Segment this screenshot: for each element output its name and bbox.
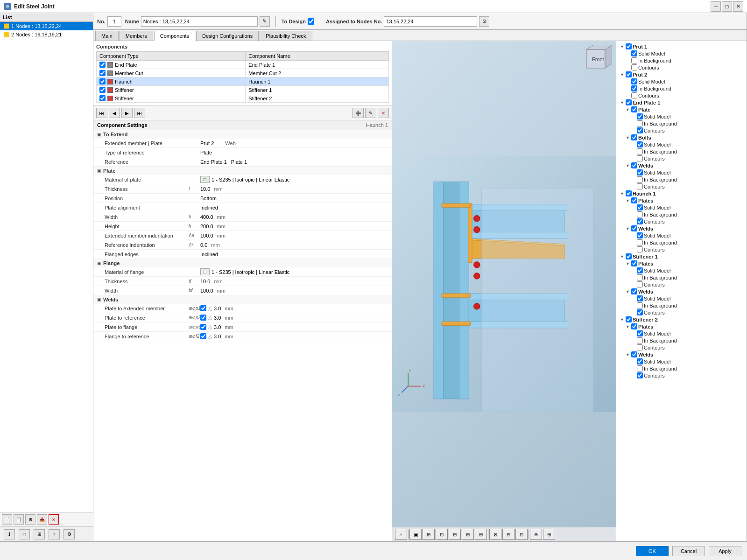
tree-node-In-Background[interactable]: ▶ In Background <box>616 302 747 309</box>
apply-button[interactable]: Apply <box>709 546 741 556</box>
tree-node-In-Background[interactable]: ▶ In Background <box>616 120 747 127</box>
view-btn-5[interactable]: ⊞ <box>462 529 474 540</box>
tree-node-Solid-Model[interactable]: ▶ Solid Model <box>616 295 747 302</box>
tree-node-Plates[interactable]: ▼ Plates <box>616 323 747 330</box>
tree-node-Plates[interactable]: ▼ Plates <box>616 260 747 267</box>
list-delete-button[interactable]: ✕ <box>49 514 59 525</box>
tree-check-0[interactable] <box>631 260 637 266</box>
tree-check-1[interactable] <box>626 71 632 77</box>
status-grid-button[interactable]: ⊞ <box>34 529 45 539</box>
tree-node-In-Background[interactable]: ▶ In Background <box>616 148 747 155</box>
tree-node-Contours[interactable]: ▶ Contours <box>616 92 747 99</box>
tree-node-In-Background[interactable]: ▶ In Background <box>616 176 747 183</box>
tab-main[interactable]: Main <box>95 31 119 41</box>
tree-check-1[interactable] <box>631 351 637 357</box>
tree-node-Solid-Model[interactable]: ▶ Solid Model <box>616 330 747 337</box>
tree-check-0[interactable] <box>626 43 632 49</box>
view-btn-2[interactable]: ⊞ <box>423 529 435 540</box>
tree-check-1[interactable] <box>631 134 637 140</box>
assigned-edit-button[interactable]: ⊙ <box>479 16 489 27</box>
tree-node-Contours[interactable]: ▶ Contours <box>616 344 747 351</box>
comp-checkbox-3[interactable] <box>99 87 106 93</box>
tree-leaf-check-1[interactable] <box>637 365 643 371</box>
to-design-checkbox[interactable] <box>308 18 314 25</box>
comp-checkbox-4[interactable] <box>99 95 106 101</box>
maximize-button[interactable]: □ <box>722 1 732 12</box>
tree-leaf-check-0[interactable] <box>637 358 643 364</box>
tree-leaf-check-0[interactable] <box>637 141 643 147</box>
tree-check-1[interactable] <box>631 288 637 294</box>
tree-check-0[interactable] <box>631 197 637 203</box>
tree-leaf-check-1[interactable] <box>637 176 643 182</box>
tree-node-In-Background[interactable]: ▶ In Background <box>616 274 747 281</box>
tree-leaf-check-2[interactable] <box>637 372 643 378</box>
tree-leaf-check-0[interactable] <box>637 267 643 273</box>
tree-node-Plates[interactable]: ▼ Plates <box>616 197 747 204</box>
tree-node-Solid-Model[interactable]: ▶ Solid Model <box>616 204 747 211</box>
nav-cube[interactable]: Front <box>582 45 612 75</box>
tab-components[interactable]: Components <box>154 31 195 41</box>
tree-node-In-Background[interactable]: ▶ In Background <box>616 57 747 64</box>
tree-leaf-check-0[interactable] <box>637 295 643 301</box>
tree-leaf-check-2[interactable] <box>637 183 643 189</box>
comp-row-3[interactable]: Stiffener Stiffener 1 <box>97 86 389 94</box>
tree-node-Solid-Model[interactable]: ▶ Solid Model <box>616 358 747 365</box>
comp-btn-1[interactable]: ⏮ <box>96 108 107 118</box>
tree-node-Solid-Model[interactable]: ▶ Solid Model <box>616 113 747 120</box>
view-btn-home[interactable]: ⌂ <box>395 529 407 540</box>
tree-leaf-check-2[interactable] <box>637 281 643 287</box>
prop-group-header-flange[interactable]: ▣ Flange <box>93 259 392 267</box>
tree-leaf-check-1[interactable] <box>637 148 643 154</box>
tree-node-Solid-Model[interactable]: ▶ Solid Model <box>616 267 747 274</box>
name-edit-button[interactable]: ✎ <box>260 16 270 27</box>
comp-row-1[interactable]: Member Cut Member Cut 2 <box>97 69 389 77</box>
tree-node-Welds[interactable]: ▼ Welds <box>616 288 747 295</box>
comp-row-2[interactable]: Haunch Haunch 1 <box>97 77 389 86</box>
comp-btn-2[interactable]: ◀ <box>109 108 120 118</box>
view-btn-7[interactable]: ⊠ <box>489 529 501 540</box>
view-btn-11[interactable]: ⊞ <box>543 529 555 540</box>
view-btn-8[interactable]: ⊟ <box>502 529 514 540</box>
no-input[interactable] <box>107 16 121 27</box>
tree-node-Contours[interactable]: ▶ Contours <box>616 372 747 379</box>
tab-members[interactable]: Members <box>120 31 153 41</box>
cancel-button[interactable]: Cancel <box>672 546 705 556</box>
tree-node-In-Background[interactable]: ▶ In Background <box>616 85 747 92</box>
minimize-button[interactable]: ─ <box>711 1 721 12</box>
tree-node-In-Background[interactable]: ▶ In Background <box>616 211 747 218</box>
list-add-button[interactable]: 📄 <box>2 514 12 525</box>
tree-leaf-check-1[interactable] <box>637 239 643 245</box>
tree-leaf-check-2[interactable] <box>631 64 637 70</box>
tree-leaf-check-2[interactable] <box>637 246 643 252</box>
weld-check-welds-1[interactable] <box>200 315 206 321</box>
tree-node-Solid-Model[interactable]: ▶ Solid Model <box>616 78 747 85</box>
status-info-button[interactable]: ℹ <box>4 529 15 539</box>
comp-row-0[interactable]: End Plate End Plate 1 <box>97 61 389 69</box>
view-btn-3[interactable]: ⊡ <box>436 529 448 540</box>
comp-checkbox-2[interactable] <box>99 78 106 84</box>
tab-design-configurations[interactable]: Design Configurations <box>196 31 259 41</box>
comp-btn-4[interactable]: ⏭ <box>134 108 145 118</box>
comp-btn-add[interactable]: ➕ <box>352 108 364 118</box>
tree-check-2[interactable] <box>631 162 637 168</box>
tree-node-Welds[interactable]: ▼ Welds <box>616 351 747 358</box>
list-settings-button[interactable]: ⚙ <box>25 514 35 525</box>
tree-check-2[interactable] <box>626 99 632 105</box>
tree-node-Contours[interactable]: ▶ Contours <box>616 218 747 225</box>
status-arrow-button[interactable]: ↑ <box>49 529 60 539</box>
tree-check-5[interactable] <box>626 316 632 322</box>
tree-node-Contours[interactable]: ▶ Contours <box>616 281 747 288</box>
view-btn-9[interactable]: ⊡ <box>515 529 528 540</box>
view-btn-4[interactable]: ⊟ <box>449 529 461 540</box>
tree-leaf-check-0[interactable] <box>637 232 643 238</box>
comp-row-4[interactable]: Stiffener Stiffener 2 <box>97 94 389 103</box>
tree-node-Contours[interactable]: ▶ Contours <box>616 155 747 162</box>
weld-check-welds-0[interactable] <box>200 305 206 311</box>
view-btn-6[interactable]: ⊞ <box>475 529 487 540</box>
tree-node-Haunch-1[interactable]: ▼ Haunch 1 <box>616 190 747 197</box>
status-config-button[interactable]: ⚙ <box>63 529 75 539</box>
tree-node-Solid-Model[interactable]: ▶ Solid Model <box>616 169 747 176</box>
comp-btn-3[interactable]: ▶ <box>121 108 133 118</box>
tree-node-Stiffener-1[interactable]: ▼ Stiffener 1 <box>616 253 747 260</box>
tree-node-Contours[interactable]: ▶ Contours <box>616 183 747 190</box>
